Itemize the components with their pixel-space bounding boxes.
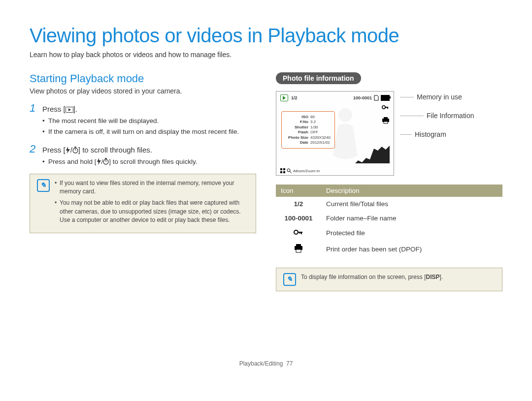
svg-rect-20 xyxy=(283,171,285,173)
note-item-2: You may not be able to edit or play back… xyxy=(55,199,249,224)
protected-icon xyxy=(382,104,390,111)
key-icon xyxy=(294,229,303,236)
svg-rect-18 xyxy=(283,168,285,170)
svg-marker-6 xyxy=(97,158,101,165)
flash-icon xyxy=(66,147,70,155)
step-1: 1 Press []. xyxy=(30,102,256,115)
page-title: Viewing photos or videos in Playback mod… xyxy=(30,25,502,47)
svg-rect-25 xyxy=(301,232,302,234)
file-info-panel: ISO80 F.No3.2 Shutter1/30 FlashOFF Photo… xyxy=(281,111,335,149)
battery-icon xyxy=(381,95,390,101)
memory-card-icon xyxy=(374,95,379,101)
step1-bullet-2: If the camera is off, it will turn on an… xyxy=(42,127,256,137)
svg-marker-2 xyxy=(66,147,70,154)
callout-fileinfo: File Information xyxy=(427,112,474,120)
left-column: Starting Playback mode View photos or pl… xyxy=(30,72,256,291)
table-row: 1/2 Current file/Total files xyxy=(276,197,502,211)
tip-text: To display file information on the scree… xyxy=(301,273,443,286)
icon-description-table: Icon Description 1/2 Current file/Total … xyxy=(276,185,502,258)
step2-suffix: ] to scroll through files. xyxy=(78,146,152,154)
svg-rect-17 xyxy=(280,168,282,170)
callout-histogram: Histogram xyxy=(415,130,446,138)
section-heading: Starting Playback mode xyxy=(30,72,256,85)
printer-icon xyxy=(294,244,303,253)
step-number-2: 2 xyxy=(30,143,38,155)
svg-point-16 xyxy=(338,108,352,122)
table-row: Protected file xyxy=(276,225,502,241)
svg-rect-15 xyxy=(384,122,388,123)
histogram-graphic xyxy=(355,146,390,163)
svg-rect-29 xyxy=(296,249,301,252)
step2-bullets: Press and hold [/] to scroll through fil… xyxy=(42,157,256,168)
step-number-1: 1 xyxy=(30,102,38,115)
photo-file-info-pill: Photo file information xyxy=(276,72,361,84)
svg-rect-27 xyxy=(296,244,301,246)
printer-icon xyxy=(382,117,390,125)
file-counter: 1/2 xyxy=(291,95,298,100)
page-subtitle: Learn how to play back photos or videos … xyxy=(30,51,502,59)
svg-point-23 xyxy=(294,230,298,234)
step2-bullet-1: Press and hold [/] to scroll through fil… xyxy=(42,157,256,168)
callout-memory: Memory in use xyxy=(417,93,462,101)
camera-screen: 1/2 100-0001 xyxy=(276,91,394,176)
tip-box: ✎ To display file information on the scr… xyxy=(276,268,502,291)
right-column: Photo file information 1/2 100-0001 xyxy=(276,72,502,291)
svg-rect-13 xyxy=(384,117,388,119)
manual-page: Viewing photos or videos in Playback mod… xyxy=(0,0,532,382)
section-description: View photos or play videos stored in you… xyxy=(30,87,256,95)
playback-icon xyxy=(66,106,73,114)
grid-icon xyxy=(280,168,285,173)
screen-callouts: Memory in use File Information Histogram xyxy=(400,91,474,138)
step2-prefix: Press [ xyxy=(42,146,66,154)
step1-bullet-1: The most recent file will be displayed. xyxy=(42,117,256,126)
svg-rect-26 xyxy=(299,232,300,234)
table-head-desc: Description xyxy=(321,185,502,197)
bottom-hint: Album/Zoom In xyxy=(280,168,320,173)
svg-rect-12 xyxy=(387,107,388,109)
step1-bullets: The most recent file will be displayed. … xyxy=(42,117,256,137)
svg-rect-5 xyxy=(74,147,76,148)
note-box: ✎ If you want to view files stored in th… xyxy=(30,174,256,233)
svg-rect-9 xyxy=(105,158,107,159)
table-row: Print order has been set (DPOF) xyxy=(276,241,502,258)
step1-suffix: ]. xyxy=(73,105,77,113)
svg-line-22 xyxy=(290,171,292,173)
svg-rect-19 xyxy=(280,171,282,173)
table-row: 100-0001 Folder name–File name xyxy=(276,211,502,225)
timer-icon xyxy=(72,147,78,155)
note-icon: ✎ xyxy=(283,273,296,286)
note-item-1: If you want to view files stored in the … xyxy=(55,179,249,196)
flash-icon xyxy=(97,158,101,168)
folder-file-number: 100-0001 xyxy=(353,95,372,100)
table-head-icon: Icon xyxy=(276,185,321,197)
svg-marker-1 xyxy=(68,108,71,111)
page-footer: Playback/Editing 77 xyxy=(30,360,502,367)
timer-icon xyxy=(103,158,109,168)
play-mode-icon xyxy=(280,94,288,101)
step-2: 2 Press [/] to scroll through files. xyxy=(30,143,256,155)
step1-prefix: Press [ xyxy=(42,105,66,113)
note-icon: ✎ xyxy=(37,179,50,192)
magnify-icon xyxy=(287,168,292,173)
